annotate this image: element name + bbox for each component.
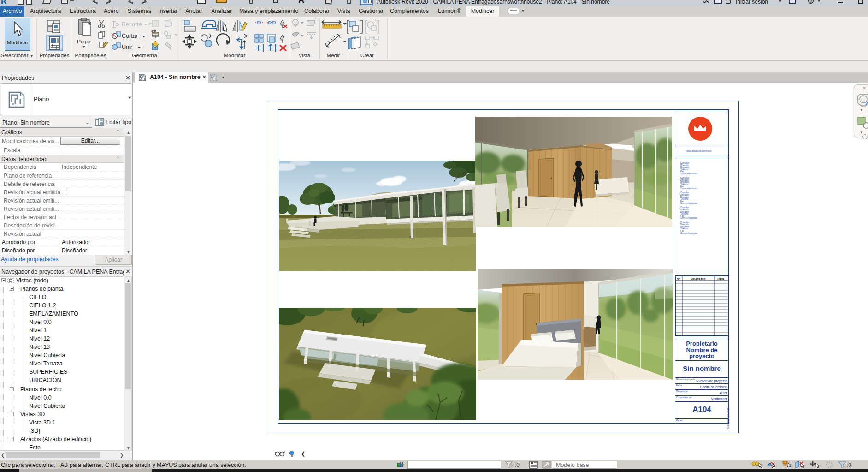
svg-text:Descripción: Descripción (691, 277, 706, 280)
svg-text:2D: 2D (865, 101, 868, 106)
svg-text:Recorte: Recorte (122, 21, 142, 28)
svg-text:Fecha: Fecha (717, 277, 725, 280)
svg-text:+🡅: +🡅 (151, 30, 156, 33)
svg-text:Cortar: Cortar (122, 33, 138, 39)
svg-text:Unir: Unir (122, 44, 132, 50)
svg-text:N.º: N.º (677, 277, 680, 280)
svg-text:Pegar: Pegar (77, 39, 91, 44)
